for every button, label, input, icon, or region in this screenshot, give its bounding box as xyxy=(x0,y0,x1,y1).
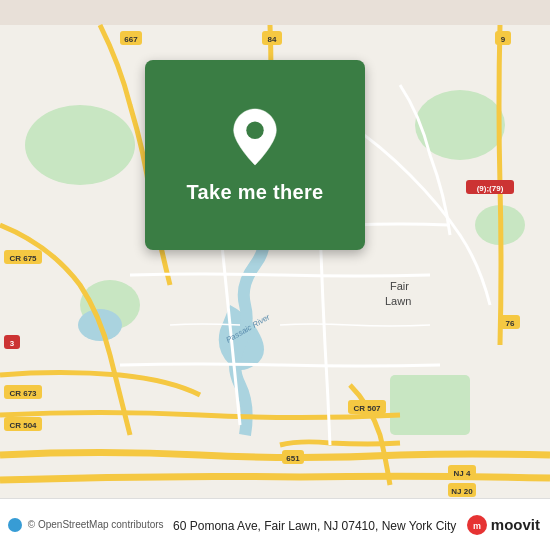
fair-lawn-label2: Lawn xyxy=(385,295,411,307)
svg-text:CR 673: CR 673 xyxy=(9,389,37,398)
moovit-icon: m xyxy=(466,514,488,536)
map-pin-icon xyxy=(229,107,281,167)
svg-text:(9);(79): (9);(79) xyxy=(477,184,504,193)
svg-text:3: 3 xyxy=(10,339,15,348)
svg-point-33 xyxy=(246,121,263,138)
svg-text:m: m xyxy=(473,521,481,531)
svg-point-1 xyxy=(25,105,135,185)
osm-attribution: © OpenStreetMap contributors xyxy=(8,518,164,532)
address-text: 60 Pomona Ave, Fair Lawn, NJ 07410, New … xyxy=(173,519,456,533)
svg-text:84: 84 xyxy=(268,35,277,44)
bottom-bar: © OpenStreetMap contributors 60 Pomona A… xyxy=(0,498,550,550)
svg-text:NJ 4: NJ 4 xyxy=(454,469,471,478)
bottom-info: © OpenStreetMap contributors xyxy=(8,518,164,532)
svg-text:CR 507: CR 507 xyxy=(353,404,381,413)
map-container: Passaic River Fair Lawn 84 9 667 (9);(79… xyxy=(0,0,550,550)
fair-lawn-label: Fair xyxy=(390,280,409,292)
svg-text:76: 76 xyxy=(506,319,515,328)
svg-rect-5 xyxy=(390,375,470,435)
svg-text:CR 504: CR 504 xyxy=(9,421,37,430)
svg-text:CR 675: CR 675 xyxy=(9,254,37,263)
moovit-brand-name: moovit xyxy=(491,516,540,533)
take-me-there-button[interactable]: Take me there xyxy=(187,181,324,204)
moovit-logo: m moovit xyxy=(466,514,540,536)
svg-text:9: 9 xyxy=(501,35,506,44)
location-card: Take me there xyxy=(145,60,365,250)
svg-text:651: 651 xyxy=(286,454,300,463)
svg-text:NJ 20: NJ 20 xyxy=(451,487,473,496)
svg-text:667: 667 xyxy=(124,35,138,44)
